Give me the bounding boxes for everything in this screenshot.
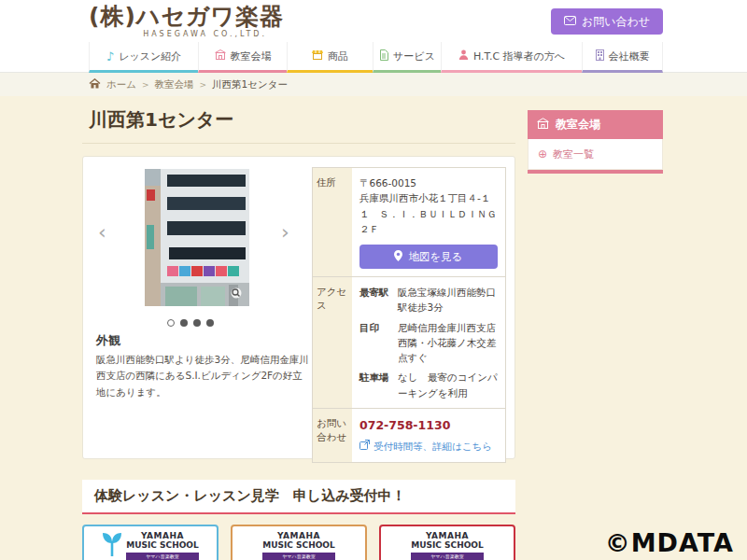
table-row-address: 住所 〒666-0015 兵庫県川西市小花１丁目４-１１ Ｓ．Ｉ．ＢＵＩＬＤＩＮ… [313,168,505,276]
contact-button-label: お問い合わせ [582,14,650,30]
breadcrumb: ホーム > 教室会場 > 川西第1センター [0,73,747,96]
company-logo[interactable]: (株)ハセガワ楽器 HASEGAWA CO.,LTD. [89,4,284,38]
trial-lesson-title: 体験レッスン・レッスン見学 申し込み受付中！ [94,487,406,505]
sidebar-item-label: 教室一覧 [553,147,594,161]
postal-code: 〒666-0015 [359,175,498,190]
nav-item-lessons[interactable]: ♪ レッスン紹介 [89,42,198,73]
page: (株)ハセガワ楽器 HASEGAWA CO.,LTD. お問い合わせ ♪ レッス… [0,0,747,560]
address-text: 兵庫県川西市小花１丁目４-１１ Ｓ．Ｉ．ＢＵＩＬＤＩＮＧ ２Ｆ [359,190,498,236]
carousel-dot[interactable] [180,319,188,327]
music-note-icon: ♪ [106,49,114,63]
nav-item-services[interactable]: サービス [373,42,441,73]
nav-label: レッスン紹介 [119,49,181,63]
contact-button[interactable]: お問い合わせ [551,8,663,35]
building-photo[interactable] [145,169,249,306]
breadcrumb-classrooms[interactable]: 教室会場 [155,78,194,91]
home-icon [89,78,101,91]
yamaha-logo-line2: MUSIC SCHOOL [262,541,335,551]
sidebar: 教室会場 ⊕ 教室一覧 [528,110,663,174]
access-key: 目印 [359,320,394,366]
nav-label: サービス [393,49,435,63]
yamaha-logo-banner: ヤマハ音楽教室 [411,553,484,560]
phone-number[interactable]: 072-758-1130 [359,416,498,434]
main-navigation: ♪ レッスン紹介 教室会場 商品 サービス [0,42,747,73]
nav-item-company[interactable]: 会社概要 [582,42,663,73]
nav-label: 教室会場 [231,49,272,63]
sidebar-header-classrooms[interactable]: 教室会場 [528,110,663,139]
table-row-access: アクセス 最寄駅 阪急宝塚線川西能勢口駅徒歩3分 目印 尼崎信用金庫川西支店西隣… [313,276,505,408]
yamaha-logo-line2: MUSIC SCHOOL [411,541,484,551]
yamaha-promo-card[interactable]: YAMAHA MUSIC SCHOOL ヤマハ音楽教室 [231,525,367,560]
view-map-label: 地図を見る [408,250,462,264]
reception-hours-link[interactable]: 受付時間等、詳細はこちら [359,439,498,454]
logo-sub-text: HASEGAWA CO.,LTD. [89,30,284,38]
yamaha-sprout-icon [102,532,122,560]
location-info-card: ‹ [82,156,515,459]
trial-lesson-banner: 体験レッスン・レッスン見学 申し込み受付中！ [82,480,515,514]
breadcrumb-separator: > [200,80,207,90]
breadcrumb-separator: > [142,80,149,90]
nav-label: 商品 [328,49,348,63]
access-key: 最寄駅 [359,285,394,315]
plus-circle-icon: ⊕ [538,147,547,161]
nav-item-classrooms[interactable]: 教室会場 [198,42,287,73]
reception-hours-label: 受付時間等、詳細はこちら [374,439,492,454]
access-value: 尼崎信用金庫川西支店西隣・小花藤ノ木交差点すぐ [398,320,498,366]
table-row-contact: お問い合わせ 072-758-1130 受付時間等、詳細はこちら [313,408,505,462]
promo-card-row: YAMAHA MUSIC SCHOOL ヤマハ音楽教室 YAMAHA MUSIC… [82,525,515,560]
location-info-table: 住所 〒666-0015 兵庫県川西市小花１丁目４-１１ Ｓ．Ｉ．ＢＵＩＬＤＩＮ… [312,167,506,463]
row-label: 住所 [313,168,352,276]
school-building-icon [215,49,226,63]
breadcrumb-home[interactable]: ホーム [106,78,136,91]
carousel-dot[interactable] [206,319,214,327]
carousel-dot[interactable] [193,319,201,327]
sidebar-header-label: 教室会場 [556,117,600,133]
yamaha-promo-card[interactable]: YAMAHA MUSIC SCHOOL ヤマハ音楽教室 [379,525,515,560]
sidebar-item-classroom-list[interactable]: ⊕ 教室一覧 [528,139,663,170]
nav-label: 会社概要 [609,49,650,63]
carousel-prev-button[interactable]: ‹ [98,222,106,243]
nav-item-products[interactable]: 商品 [287,42,373,73]
breadcrumb-current: 川西第1センター [212,78,288,91]
top-bar: (株)ハセガワ楽器 HASEGAWA CO.,LTD. お問い合わせ [0,0,747,42]
yamaha-logo-banner: ヤマハ音楽教室 [126,553,199,560]
carousel-next-button[interactable]: › [281,222,289,243]
person-icon [458,49,469,63]
access-value: 阪急宝塚線川西能勢口駅徒歩3分 [398,285,498,315]
photo-caption-body: 阪急川西能勢口駅より徒歩3分、尼崎信用金庫川西支店の西隣にあるS.I.ビルディン… [96,352,309,400]
carousel-dots [83,319,298,327]
watermark: ©MDATA [605,528,734,557]
yamaha-logo-line2: MUSIC SCHOOL [126,541,199,551]
document-icon [379,49,388,63]
external-link-icon [359,439,370,454]
photo-caption-title: 外観 [96,332,120,349]
row-label: アクセス [313,277,352,408]
shop-icon [312,49,323,63]
map-pin-icon [394,250,402,264]
row-label: お問い合わせ [313,409,352,462]
nav-item-htc-instructors[interactable]: H.T.C 指導者の方へ [441,42,582,73]
access-key: 駐車場 [359,370,394,400]
title-divider [82,143,515,144]
carousel-dot[interactable] [167,319,175,327]
logo-main-text: (株)ハセガワ楽器 [89,4,284,30]
school-building-icon [537,118,549,132]
envelope-icon [564,15,576,28]
nav-label: H.T.C 指導者の方へ [473,49,565,63]
yamaha-logo-banner: ヤマハ音楽教室 [262,553,335,560]
yamaha-promo-card[interactable]: YAMAHA MUSIC SCHOOL ヤマハ音楽教室 [82,525,218,560]
access-value: なし 最寄のコインパーキングを利用 [398,370,498,400]
page-title: 川西第1センター [89,107,233,133]
view-map-button[interactable]: 地図を見る [359,245,498,269]
magnifier-icon [232,288,242,299]
office-building-icon [596,49,604,63]
